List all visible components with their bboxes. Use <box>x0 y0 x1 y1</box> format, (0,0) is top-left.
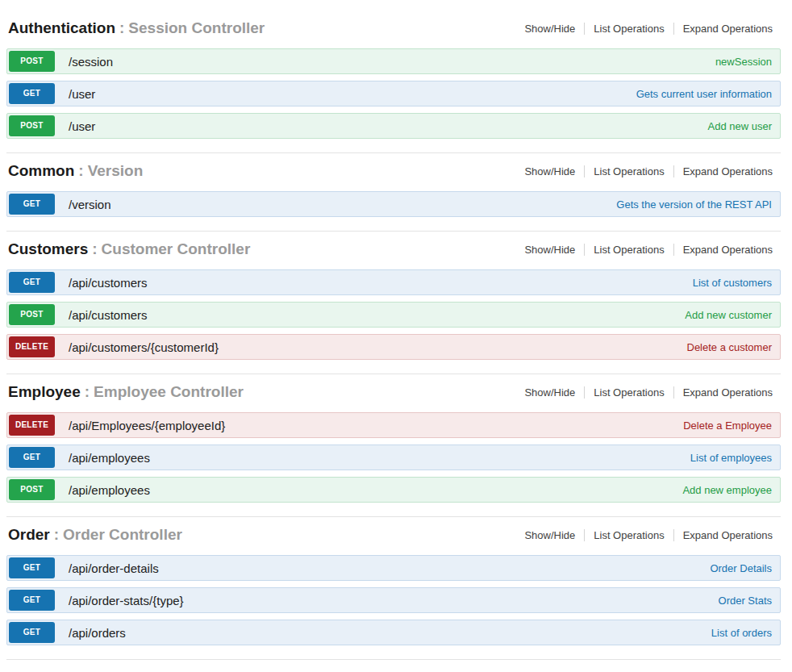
http-method-badge: GET <box>9 622 55 643</box>
ops-separator <box>673 165 674 177</box>
endpoint-summary[interactable]: Delete a Employee <box>683 419 772 432</box>
api-resource-section: Employee:Employee Controller Show/Hide L… <box>6 374 781 510</box>
endpoint-row[interactable]: DELETE /api/customers/{customerId} Delet… <box>6 334 781 360</box>
controller-name: Employee Controller <box>94 383 244 400</box>
ops-separator <box>673 23 674 35</box>
endpoint-summary[interactable]: newSession <box>715 56 772 68</box>
show-hide-link[interactable]: Show/Hide <box>524 165 575 177</box>
controller-name: Order Controller <box>63 526 182 543</box>
endpoint-row[interactable]: POST /session newSession <box>6 48 781 74</box>
controller-name: Version <box>88 162 144 179</box>
http-method-badge: DELETE <box>9 336 55 357</box>
resource-name[interactable]: Common <box>8 162 74 179</box>
endpoint-row[interactable]: GET /api/order-details Order Details <box>6 555 781 581</box>
endpoint-summary[interactable]: Add new customer <box>685 309 772 321</box>
endpoint-summary[interactable]: Order Stats <box>719 595 772 607</box>
section-title: Authentication:Session Controller <box>8 19 265 37</box>
endpoint-path[interactable]: /api/customers <box>69 308 148 322</box>
endpoint-row[interactable]: POST /user Add new user <box>6 113 781 139</box>
show-hide-link[interactable]: Show/Hide <box>524 386 575 399</box>
endpoint-path[interactable]: /api/employees <box>69 483 150 497</box>
endpoint-path[interactable]: /api/customers <box>69 276 148 290</box>
endpoint-summary[interactable]: Order Details <box>710 562 772 574</box>
expand-operations-link[interactable]: Expand Operations <box>683 244 773 256</box>
endpoint-summary[interactable]: List of customers <box>693 277 772 289</box>
section-title: Order:Order Controller <box>8 526 182 544</box>
endpoint-row[interactable]: DELETE /api/Employees/{employeeId} Delet… <box>6 412 781 438</box>
endpoint-row[interactable]: GET /version Gets the version of the RES… <box>6 191 781 217</box>
section-header: Product:Product Stats Controller Show/Hi… <box>6 667 781 672</box>
endpoint-summary[interactable]: List of orders <box>711 627 772 639</box>
endpoint-row[interactable]: GET /user Gets current user information <box>6 81 781 106</box>
http-method-badge: GET <box>9 447 55 468</box>
http-method-badge: GET <box>9 590 55 611</box>
endpoint-summary[interactable]: Gets current user information <box>636 88 772 100</box>
heading-separator: : <box>81 383 94 400</box>
endpoint-row[interactable]: GET /api/employees List of employees <box>6 445 781 470</box>
section-operations: Show/Hide List Operations Expand Operati… <box>524 23 781 35</box>
endpoint-path[interactable]: /user <box>69 119 95 133</box>
resource-name[interactable]: Product <box>8 669 66 672</box>
endpoint-path[interactable]: /api/customers/{customerId} <box>69 340 219 354</box>
endpoint-summary[interactable]: Delete a customer <box>687 341 773 353</box>
endpoint-path[interactable]: /api/employees <box>69 451 150 465</box>
heading-separator: : <box>74 162 87 179</box>
show-hide-link[interactable]: Show/Hide <box>524 529 575 541</box>
resource-name[interactable]: Order <box>8 526 50 543</box>
api-resource-section: Product:Product Stats Controller Show/Hi… <box>6 659 781 672</box>
list-operations-link[interactable]: List Operations <box>594 244 664 256</box>
endpoint-row[interactable]: POST /api/customers Add new customer <box>6 302 781 328</box>
endpoint-summary[interactable]: List of employees <box>690 452 772 464</box>
endpoints: GET /version Gets the version of the RES… <box>6 191 781 217</box>
section-header: Customers:Customer Controller Show/Hide … <box>6 239 781 260</box>
http-method-badge: POST <box>9 115 55 136</box>
list-operations-link[interactable]: List Operations <box>594 23 664 35</box>
endpoint-path[interactable]: /api/orders <box>69 626 126 640</box>
resource-name[interactable]: Authentication <box>8 19 115 36</box>
controller-name: Customer Controller <box>102 240 251 257</box>
endpoint-summary[interactable]: Gets the version of the REST API <box>616 198 772 211</box>
endpoint-path[interactable]: /user <box>69 87 95 101</box>
resource-name[interactable]: Employee <box>8 383 81 400</box>
endpoint-row[interactable]: GET /api/orders List of orders <box>6 620 781 645</box>
endpoint-summary[interactable]: Add new employee <box>682 484 772 496</box>
section-title: Product:Product Stats Controller <box>8 669 256 672</box>
http-method-badge: POST <box>9 304 55 325</box>
endpoint-path[interactable]: /api/Employees/{employeeId} <box>69 419 225 432</box>
http-method-badge: GET <box>9 557 55 578</box>
http-method-badge: GET <box>9 83 55 104</box>
list-operations-link[interactable]: List Operations <box>594 386 664 399</box>
expand-operations-link[interactable]: Expand Operations <box>683 529 773 541</box>
api-resource-section: Common:Version Show/Hide List Operations… <box>6 152 781 224</box>
controller-name: Product Stats Controller <box>79 669 256 672</box>
endpoint-path[interactable]: /version <box>69 198 111 211</box>
section-header: Employee:Employee Controller Show/Hide L… <box>6 382 781 403</box>
endpoint-row[interactable]: POST /api/employees Add new employee <box>6 477 781 503</box>
section-header: Order:Order Controller Show/Hide List Op… <box>6 524 781 545</box>
endpoints: DELETE /api/Employees/{employeeId} Delet… <box>6 412 781 503</box>
endpoints: GET /api/order-details Order Details GET… <box>6 555 781 645</box>
list-operations-link[interactable]: List Operations <box>594 165 664 177</box>
expand-operations-link[interactable]: Expand Operations <box>683 23 773 35</box>
http-method-badge: GET <box>9 272 55 293</box>
ops-separator <box>673 244 674 256</box>
show-hide-link[interactable]: Show/Hide <box>524 23 575 35</box>
endpoint-path[interactable]: /api/order-stats/{type} <box>69 594 184 607</box>
show-hide-link[interactable]: Show/Hide <box>524 244 575 256</box>
endpoints: GET /api/customers List of customers POS… <box>6 269 781 360</box>
http-method-badge: POST <box>9 51 55 72</box>
endpoint-row[interactable]: GET /api/customers List of customers <box>6 269 781 295</box>
section-title: Employee:Employee Controller <box>8 383 244 401</box>
endpoints: POST /session newSession GET /user Gets … <box>6 48 781 139</box>
expand-operations-link[interactable]: Expand Operations <box>683 165 773 177</box>
resource-name[interactable]: Customers <box>8 240 88 257</box>
endpoint-path[interactable]: /session <box>69 55 113 69</box>
ops-separator <box>584 529 585 541</box>
list-operations-link[interactable]: List Operations <box>594 529 664 541</box>
swagger-api-list: Authentication:Session Controller Show/H… <box>0 0 792 672</box>
expand-operations-link[interactable]: Expand Operations <box>683 386 773 399</box>
heading-separator: : <box>115 19 128 36</box>
endpoint-summary[interactable]: Add new user <box>708 120 773 132</box>
endpoint-row[interactable]: GET /api/order-stats/{type} Order Stats <box>6 587 781 613</box>
endpoint-path[interactable]: /api/order-details <box>69 561 159 575</box>
